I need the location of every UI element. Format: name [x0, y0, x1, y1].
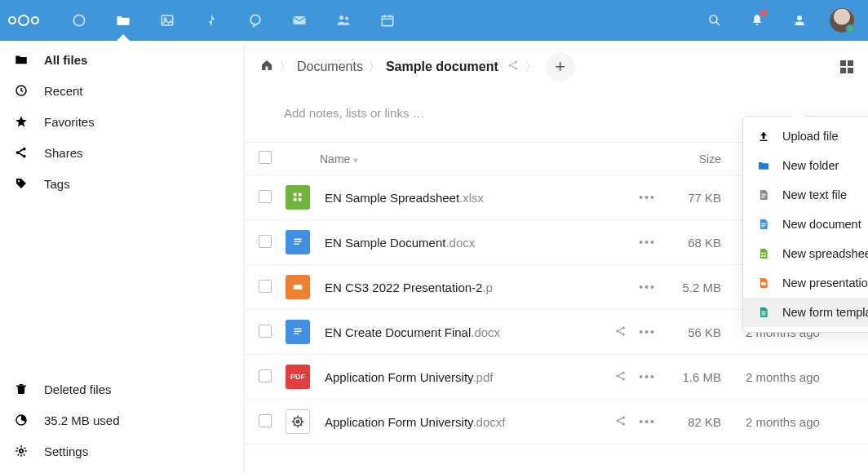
svg-point-9 — [797, 15, 802, 20]
menu-item-text[interactable]: New text file — [743, 180, 868, 210]
file-name: EN Sample Document.docx — [325, 236, 475, 250]
svg-rect-45 — [761, 223, 765, 224]
more-actions-icon[interactable]: ••• — [639, 191, 656, 204]
svg-rect-20 — [299, 193, 302, 197]
row-checkbox[interactable] — [259, 280, 272, 293]
file-modified: 2 months ago — [746, 355, 868, 400]
nav-activity[interactable] — [189, 0, 233, 41]
row-checkbox[interactable] — [259, 414, 272, 427]
more-actions-icon[interactable]: ••• — [639, 370, 656, 383]
svg-rect-55 — [761, 315, 765, 316]
breadcrumb: 〉 Documents 〉 Sample document 〉 + — [245, 41, 868, 90]
sidebar-item-all-files[interactable]: All files — [0, 44, 244, 75]
nav-files[interactable] — [101, 0, 145, 41]
menu-item-doc[interactable]: New document — [743, 210, 868, 239]
table-row[interactable]: PDFApplication Form University.pdf ••• 1… — [245, 355, 868, 400]
svg-point-8 — [710, 15, 717, 23]
search-icon[interactable] — [697, 0, 733, 41]
sidebar-item-tags[interactable]: Tags — [0, 168, 244, 199]
top-nav — [57, 0, 410, 41]
more-actions-icon[interactable]: ••• — [639, 236, 656, 249]
sidebar-item-settings[interactable]: Settings — [0, 435, 244, 466]
status-online-dot — [846, 24, 855, 33]
sidebar-item-shares[interactable]: Shares — [0, 137, 244, 168]
svg-point-39 — [622, 416, 625, 418]
topbar — [0, 0, 868, 41]
nav-contacts[interactable] — [321, 0, 365, 41]
chevron-right-icon: 〉 — [279, 59, 292, 76]
nav-dashboard[interactable] — [57, 0, 101, 41]
file-size: 82 KB — [672, 400, 746, 444]
sidebar-item-recent[interactable]: Recent — [0, 75, 244, 106]
menu-item-sheet[interactable]: New spreadsheet — [743, 239, 868, 268]
file-size: 1.6 MB — [672, 355, 746, 400]
svg-point-17 — [515, 60, 517, 63]
nav-calendar[interactable] — [365, 0, 410, 41]
row-checkbox[interactable] — [259, 235, 272, 248]
svg-point-37 — [296, 420, 299, 422]
svg-point-30 — [617, 329, 619, 332]
svg-rect-24 — [294, 241, 302, 243]
nav-mail[interactable] — [277, 0, 321, 41]
trash-icon — [13, 382, 29, 396]
quota-label: 35.2 MB used — [44, 413, 120, 427]
svg-point-5 — [339, 15, 343, 20]
notifications-icon[interactable] — [739, 0, 775, 41]
breadcrumb-item-current[interactable]: Sample document — [386, 60, 498, 74]
menu-item-label: New document — [782, 218, 861, 231]
file-size: 68 KB — [672, 220, 746, 265]
view-toggle-grid[interactable] — [840, 60, 853, 73]
sidebar-item-deleted[interactable]: Deleted files — [0, 374, 244, 404]
menu-item-label: New spreadsheet — [782, 247, 868, 260]
table-row[interactable]: Application Form University.docxf ••• 82… — [245, 400, 868, 444]
col-size[interactable]: Size — [672, 143, 746, 175]
gear-icon — [13, 444, 29, 458]
row-checkbox[interactable] — [259, 325, 272, 338]
doc-icon — [756, 218, 771, 231]
svg-rect-49 — [764, 253, 766, 254]
svg-point-0 — [73, 15, 84, 25]
col-name[interactable]: Name ▾ — [286, 143, 509, 175]
nav-talk[interactable] — [233, 0, 277, 41]
svg-rect-53 — [761, 312, 765, 312]
menu-item-label: New text file — [782, 188, 847, 201]
menu-item-folder[interactable]: New folder — [743, 151, 868, 180]
nextcloud-logo[interactable] — [8, 15, 39, 26]
tag-icon — [13, 176, 29, 191]
share-icon[interactable] — [507, 59, 520, 75]
share-icon[interactable] — [614, 369, 627, 385]
sidebar-item-favorites[interactable]: Favorites — [0, 106, 244, 137]
svg-rect-50 — [761, 255, 763, 257]
more-actions-icon[interactable]: ••• — [639, 281, 656, 294]
svg-rect-42 — [761, 194, 765, 195]
user-menu[interactable] — [824, 0, 860, 41]
more-actions-icon[interactable]: ••• — [639, 415, 656, 428]
svg-rect-23 — [294, 239, 302, 241]
star-icon — [13, 114, 29, 129]
menu-item-label: New presentation — [782, 276, 868, 290]
add-button[interactable]: + — [546, 52, 575, 82]
file-name: EN Create Document Final.docx — [325, 325, 500, 339]
upload-icon — [756, 130, 771, 143]
share-icon[interactable] — [614, 414, 627, 430]
svg-point-18 — [515, 67, 517, 69]
svg-point-33 — [617, 374, 619, 377]
sidebar-item-label: Shares — [44, 146, 83, 160]
quota-icon — [13, 413, 29, 427]
nav-photos[interactable] — [145, 0, 189, 41]
row-checkbox[interactable] — [259, 369, 272, 382]
row-checkbox[interactable] — [259, 190, 272, 203]
select-all-checkbox[interactable] — [259, 151, 272, 164]
contacts-menu-icon[interactable] — [782, 0, 817, 41]
svg-rect-28 — [294, 331, 302, 333]
breadcrumb-item[interactable]: Documents — [297, 60, 363, 74]
menu-item-form[interactable]: New form template — [743, 298, 868, 327]
home-icon[interactable] — [259, 58, 274, 76]
more-actions-icon[interactable]: ••• — [639, 325, 656, 338]
share-icon[interactable] — [614, 325, 627, 340]
menu-item-slide[interactable]: New presentation — [743, 268, 868, 298]
file-name: Application Form University.docxf — [325, 415, 505, 429]
menu-item-upload[interactable]: Upload file — [743, 122, 868, 151]
svg-rect-29 — [294, 334, 299, 335]
svg-rect-48 — [761, 253, 763, 254]
